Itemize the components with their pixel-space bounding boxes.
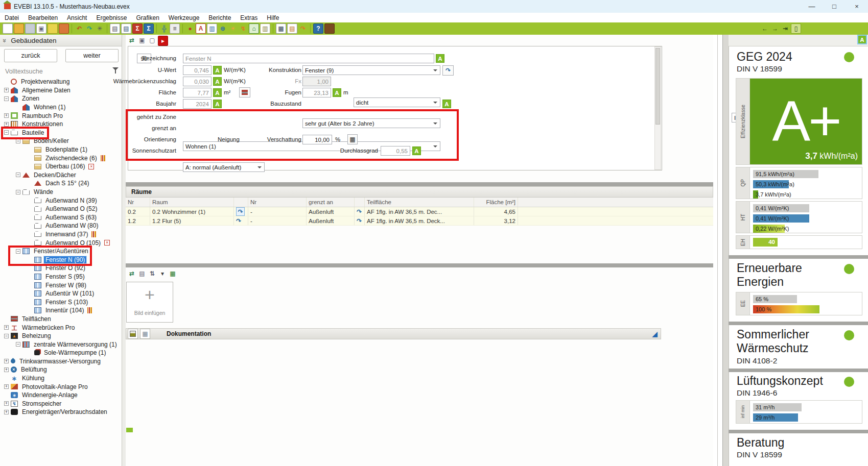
tree-item-fenster-n-90[interactable]: Fenster N (90) bbox=[0, 255, 122, 264]
tree-item-aussenwand-s-63[interactable]: Außenwand S (63) bbox=[0, 213, 122, 222]
new-file-icon[interactable] bbox=[3, 23, 13, 34]
tree-item-stromspeicher[interactable]: +↯Stromspeicher bbox=[0, 400, 122, 408]
verschattung-input[interactable]: 10,00 bbox=[302, 135, 332, 144]
menu-item-ergebnisse[interactable]: Ergebnisse bbox=[91, 13, 131, 22]
tree-item-fenster-o-92[interactable]: Fenster O (92) bbox=[0, 264, 122, 273]
save-doc-button[interactable] bbox=[128, 329, 138, 339]
rooms-table-row[interactable]: 0.20.2 Wohnzimmer (1)↷-Außenluft↷AF 1flg… bbox=[126, 207, 713, 216]
chart-icon[interactable]: ▥ bbox=[260, 23, 270, 34]
rooms-table-row[interactable]: 1.21.2 Flur (5)↷-Außenluft↷AF 1flg. in A… bbox=[126, 216, 713, 226]
energy-icon[interactable]: ↯ bbox=[239, 24, 248, 33]
curve-icon[interactable]: ↷ bbox=[238, 208, 243, 215]
tree-item-konstruktionen[interactable]: +Konstruktionen bbox=[0, 120, 122, 129]
tree-item-bodenplatte-1[interactable]: Bodenplatte (1) bbox=[0, 145, 122, 154]
sum-blue-icon[interactable]: Σ bbox=[144, 23, 154, 34]
konstruktion-select[interactable]: Fenster (9) bbox=[302, 65, 440, 75]
transfer-icon[interactable]: ⇄ bbox=[127, 36, 136, 45]
menu-item-ansicht[interactable]: Ansicht bbox=[62, 13, 91, 22]
p-check-icon[interactable]: ▥ bbox=[207, 23, 217, 34]
edit-documentation-icon[interactable]: ◢ bbox=[652, 330, 658, 338]
outline-icon[interactable]: ≡ bbox=[170, 23, 180, 34]
back-arrow-icon[interactable]: ← bbox=[760, 24, 769, 33]
structure-icon[interactable]: ╬ bbox=[159, 24, 169, 33]
bauzustand-select[interactable]: sehr gut (Alter bis 2 Jahre) bbox=[302, 118, 440, 128]
menu-item-bearbeiten[interactable]: Bearbeiten bbox=[24, 13, 62, 22]
redo-icon[interactable]: ↷ bbox=[85, 24, 94, 33]
tree-item-aussenwand-o-105[interactable]: Außenwand O (105)× bbox=[0, 238, 122, 247]
tree-item-aussentuer-w-101[interactable]: Außentür W (101) bbox=[0, 289, 122, 298]
construction-curve-button[interactable]: ↷ bbox=[442, 65, 454, 76]
expand-icon[interactable]: + bbox=[4, 122, 9, 127]
bezeichnung-input[interactable]: Fenster N bbox=[183, 54, 434, 63]
transfer-icon[interactable]: ⇄ bbox=[127, 269, 136, 278]
tree-item-fenster-w-98[interactable]: Fenster W (98) bbox=[0, 281, 122, 289]
expand-icon[interactable]: + bbox=[4, 359, 9, 363]
close-button[interactable]: × bbox=[846, 1, 868, 13]
tree-item-raumbuch-pro[interactable]: +Raumbuch Pro bbox=[0, 111, 122, 120]
tree-item-trinkwarmwasser-versorgung[interactable]: +Trinkwarmwasser-Versorgung bbox=[0, 357, 122, 366]
image-placeholder[interactable]: + Bild einfügen bbox=[126, 282, 173, 323]
tree-item-fenster-s-103[interactable]: Fenster S (103) bbox=[0, 298, 122, 306]
menu-item-extras[interactable]: Extras bbox=[236, 13, 262, 22]
tree-item-kuehlung[interactable]: ∗Kühlung bbox=[0, 374, 122, 383]
wizard-icon[interactable]: ✳ bbox=[95, 24, 104, 33]
calc-report-icon[interactable]: ▦ bbox=[276, 23, 286, 34]
tree-item-aussenwand-w-80[interactable]: Außenwand W (80) bbox=[0, 222, 122, 230]
tree-item-energietraeger-verbrauchsdaten[interactable]: +Energieträger/Verbrauchsdaten bbox=[0, 408, 122, 416]
expand-icon[interactable]: + bbox=[4, 410, 9, 414]
copy-structure-icon[interactable]: ▦ bbox=[168, 269, 177, 278]
tree-item-sole-waermepumpe-1[interactable]: Sole-Wärmepumpe (1) bbox=[0, 349, 122, 357]
dropdown-caret-icon[interactable]: ▾ bbox=[158, 269, 167, 278]
collapse-icon[interactable]: − bbox=[4, 130, 9, 135]
tree-item-aussenwand-n-39[interactable]: Außenwand N (39) bbox=[0, 196, 122, 205]
maximize-button[interactable]: □ bbox=[823, 1, 846, 13]
grenzt-an-select[interactable]: A: normal (Außenluft) bbox=[183, 162, 265, 172]
expand-icon[interactable]: + bbox=[4, 88, 9, 92]
menu-item-berichte[interactable]: Berichte bbox=[204, 13, 236, 22]
collapse-icon[interactable]: − bbox=[4, 334, 9, 338]
tree-item-beheizung[interactable]: −▲Beheizung bbox=[0, 332, 122, 340]
export-icon[interactable] bbox=[59, 23, 69, 34]
tree-item-allgemeine-daten[interactable]: +Allgemeine Daten bbox=[0, 86, 122, 95]
u-wert-input[interactable]: 0,745 bbox=[183, 65, 212, 75]
shading-calculator-button[interactable]: ▦ bbox=[347, 134, 358, 144]
curve-icon[interactable]: ↷ bbox=[236, 217, 241, 225]
window-copy-icon[interactable]: ▢ bbox=[148, 36, 157, 45]
copy-sheet-icon[interactable]: ▣ bbox=[137, 36, 147, 45]
sort-icon[interactable]: ⇅ bbox=[148, 269, 157, 278]
curve-icon[interactable]: ↷ bbox=[357, 217, 362, 225]
curve-icon[interactable]: ↷ bbox=[357, 208, 362, 215]
tree-item-photovoltaik-anlage-pro[interactable]: +Photovoltaik-Anlage Pro bbox=[0, 382, 122, 391]
menu-item-hilfe[interactable]: Hilfe bbox=[262, 13, 284, 22]
comment-icon[interactable]: ● bbox=[185, 24, 195, 33]
tree-item-windenergie-anlage[interactable]: ∗Windenergie-Anlage bbox=[0, 391, 122, 400]
menu-item-datei[interactable]: Datei bbox=[0, 13, 24, 22]
tree-item-aussenwand-o-52[interactable]: Außenwand O (52) bbox=[0, 205, 122, 213]
tree-item-ueberbau-106[interactable]: Überbau (106)× bbox=[0, 162, 122, 171]
tree-item-innentuer-104[interactable]: Innentür (104) bbox=[0, 306, 122, 315]
video-help-icon[interactable]: ▸ bbox=[158, 36, 168, 46]
tree-item-fenster-aussentueren[interactable]: −Fenster/Außentüren bbox=[0, 247, 122, 256]
expand-icon[interactable]: + bbox=[4, 325, 9, 330]
curve-icon[interactable]: ↷ bbox=[298, 24, 308, 33]
expand-icon[interactable]: + bbox=[4, 113, 9, 118]
open-folder-icon[interactable] bbox=[14, 23, 24, 34]
door-icon[interactable] bbox=[324, 23, 335, 34]
globe-icon[interactable]: ⊕ bbox=[218, 24, 227, 33]
collapse-icon[interactable]: − bbox=[16, 249, 20, 254]
tree-item-decken-daecher[interactable]: −Decken/Dächer bbox=[0, 171, 122, 180]
tree-item-innenwand-37[interactable]: Innenwand (37) bbox=[0, 230, 122, 239]
form-scrollbar-thumb[interactable] bbox=[655, 48, 660, 125]
tree-item-waermebruecken-pro[interactable]: +工Wärmebrücken Pro bbox=[0, 323, 122, 332]
values-report-icon[interactable]: ▤ bbox=[121, 23, 131, 34]
tree-item-belueftung[interactable]: +×Belüftung bbox=[0, 365, 122, 374]
tree-item-zonen[interactable]: −Zonen bbox=[0, 94, 122, 103]
tree-item-teilflaechen[interactable]: Teilflächen bbox=[0, 315, 122, 324]
fulltext-search-input[interactable] bbox=[4, 66, 108, 77]
copy-icon[interactable]: ▣ bbox=[36, 23, 46, 34]
menu-item-werkzeuge[interactable]: Werkzeuge bbox=[164, 13, 204, 22]
sidebar-header[interactable]: » Gebäudedaten bbox=[0, 35, 122, 46]
tree-item-fenster-s-95[interactable]: Fenster S (95) bbox=[0, 273, 122, 281]
undo-icon[interactable]: ↶ bbox=[75, 24, 84, 33]
fugen-dichtheit-select[interactable]: dicht bbox=[354, 97, 440, 107]
